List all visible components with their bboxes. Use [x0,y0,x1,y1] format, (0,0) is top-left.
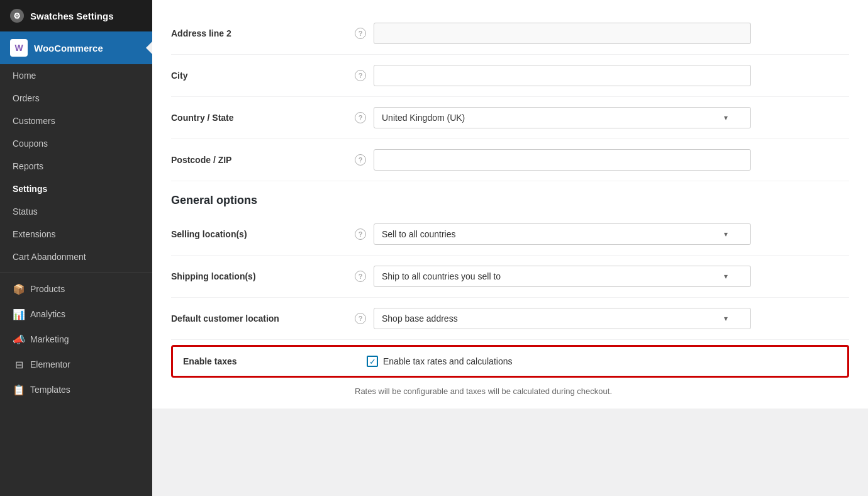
address-line2-input[interactable] [374,23,751,44]
settings-label: Settings [13,184,47,194]
elementor-icon: ⊟ [13,358,25,371]
checkmark-icon: ✓ [369,357,376,366]
shipping-location-help-icon[interactable]: ? [355,271,366,282]
default-customer-value: Shop base address [382,313,458,324]
main-content: Address line 2 ? City ? Country / State … [152,0,868,496]
country-select-value: United Kingdom (UK) [382,113,465,123]
country-help-icon[interactable]: ? [355,112,366,123]
woo-logo: W [10,39,28,57]
sidebar-item-reports[interactable]: Reports [0,155,152,178]
home-label: Home [13,70,36,81]
country-select[interactable]: United Kingdom (UK) ▾ [374,107,751,128]
woocommerce-nav-item[interactable]: W WooCommerce [0,31,152,64]
enable-taxes-checkbox-text: Enable tax rates and calculations [383,356,512,366]
city-label: City [171,70,347,81]
shipping-location-row: Shipping location(s) ? Ship to all count… [171,256,849,298]
postcode-row: Postcode / ZIP ? [171,139,849,181]
address-line2-row: Address line 2 ? [171,13,849,55]
country-label: Country / State [171,113,347,123]
sidebar-item-settings[interactable]: Settings [0,178,152,200]
postcode-help-icon[interactable]: ? [355,154,366,166]
products-label: Products [30,284,65,294]
enable-taxes-row: Enable taxes ✓ Enable tax rates and calc… [183,356,837,367]
sidebar-nav: Home Orders Customers Coupons Reports Se… [0,64,152,402]
sidebar-item-home[interactable]: Home [0,64,152,87]
selling-location-select-wrapper: Sell to all countries ▾ [374,223,751,245]
templates-icon: 📋 [13,383,25,396]
selling-location-chevron-icon: ▾ [724,230,728,239]
sidebar-item-templates[interactable]: 📋 Templates [0,377,152,402]
coupons-label: Coupons [13,138,48,149]
cart-abandonment-label: Cart Abandonment [13,252,86,262]
country-chevron-icon: ▾ [724,113,728,122]
elementor-label: Elementor [30,359,70,369]
city-row: City ? [171,55,849,97]
selling-location-row: Selling location(s) ? Sell to all countr… [171,213,849,256]
gear-icon: ⚙ [10,9,24,23]
selling-location-select[interactable]: Sell to all countries ▾ [374,223,751,245]
postcode-control [374,149,751,171]
sidebar-item-customers[interactable]: Customers [0,110,152,132]
analytics-icon: 📊 [13,308,25,320]
default-customer-row: Default customer location ? Shop base ad… [171,298,849,340]
shipping-location-select-wrapper: Ship to all countries you sell to ▾ [374,266,751,287]
templates-label: Templates [30,385,70,395]
shipping-location-select[interactable]: Ship to all countries you sell to ▾ [374,266,751,287]
extensions-label: Extensions [13,229,55,239]
reports-label: Reports [13,161,43,171]
default-customer-select[interactable]: Shop base address ▾ [374,308,751,329]
products-icon: 📦 [13,283,25,295]
sidebar: ⚙ Swatches Settings W WooCommerce Home O… [0,0,152,496]
shipping-location-chevron-icon: ▾ [724,272,728,281]
settings-panel: Address line 2 ? City ? Country / State … [152,0,868,409]
address-line2-control [374,23,751,44]
enable-taxes-checkbox[interactable]: ✓ [367,356,378,367]
default-customer-label: Default customer location [171,313,347,324]
analytics-label: Analytics [30,309,65,319]
enable-taxes-label: Enable taxes [183,356,359,366]
sidebar-item-coupons[interactable]: Coupons [0,132,152,155]
selling-location-help-icon[interactable]: ? [355,228,366,240]
address-line2-help-icon[interactable]: ? [355,28,366,39]
swatches-settings-header: ⚙ Swatches Settings [0,0,152,31]
sidebar-item-marketing[interactable]: 📣 Marketing [0,327,152,352]
city-control [374,65,751,86]
general-options-heading: General options [171,181,849,213]
shipping-location-label: Shipping location(s) [171,271,347,281]
enable-taxes-box: Enable taxes ✓ Enable tax rates and calc… [171,345,849,378]
sidebar-header-label: Swatches Settings [30,11,114,21]
nav-divider [0,272,152,273]
default-customer-help-icon[interactable]: ? [355,313,366,324]
country-row: Country / State ? United Kingdom (UK) ▾ [171,97,849,139]
postcode-input[interactable] [374,149,751,171]
city-help-icon[interactable]: ? [355,70,366,81]
tax-note: Rates will be configurable and taxes wil… [355,383,849,396]
city-input[interactable] [374,65,751,86]
orders-label: Orders [13,93,40,103]
country-select-wrapper: United Kingdom (UK) ▾ [374,107,751,128]
default-customer-select-wrapper: Shop base address ▾ [374,308,751,329]
sidebar-item-elementor[interactable]: ⊟ Elementor [0,352,152,377]
sidebar-item-analytics[interactable]: 📊 Analytics [0,302,152,327]
enable-taxes-checkbox-label[interactable]: ✓ Enable tax rates and calculations [367,356,512,367]
sidebar-item-extensions[interactable]: Extensions [0,223,152,245]
woocommerce-label: WooCommerce [34,43,103,54]
sidebar-item-status[interactable]: Status [0,200,152,223]
address-line2-label: Address line 2 [171,28,347,38]
status-label: Status [13,206,38,217]
sidebar-item-cart-abandonment[interactable]: Cart Abandonment [0,245,152,268]
marketing-icon: 📣 [13,333,25,346]
selling-location-label: Selling location(s) [171,229,347,239]
selling-location-value: Sell to all countries [382,229,456,239]
sidebar-item-orders[interactable]: Orders [0,87,152,110]
customers-label: Customers [13,116,55,126]
shipping-location-value: Ship to all countries you sell to [382,271,501,281]
marketing-label: Marketing [30,334,69,344]
postcode-label: Postcode / ZIP [171,155,347,165]
sidebar-item-products[interactable]: 📦 Products [0,276,152,302]
default-customer-chevron-icon: ▾ [724,314,728,323]
